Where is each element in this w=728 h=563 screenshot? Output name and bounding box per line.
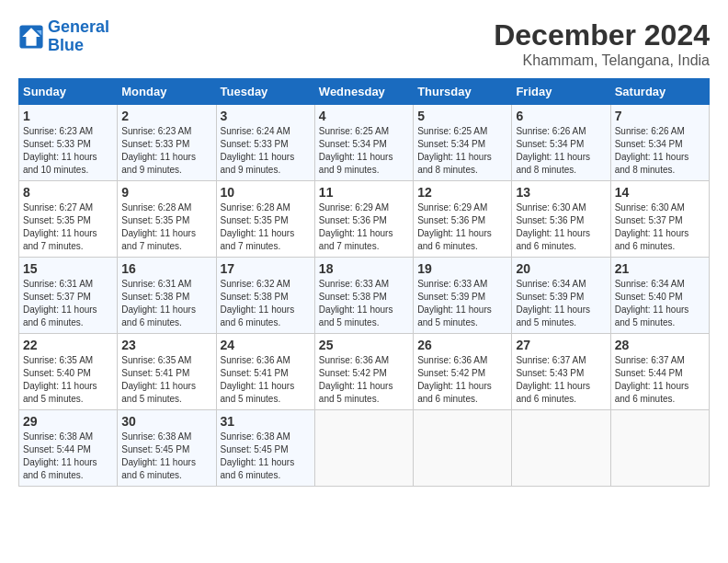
day-info: Sunrise: 6:34 AM Sunset: 5:40 PM Dayligh… [615, 278, 705, 329]
header-saturday: Saturday [610, 79, 709, 105]
day-info: Sunrise: 6:26 AM Sunset: 5:34 PM Dayligh… [615, 125, 705, 177]
sunrise-text: Sunrise: 6:38 AM [23, 431, 113, 443]
sunrise-text: Sunrise: 6:35 AM [121, 354, 211, 367]
daylight-text: Daylight: 11 hours and 6 minutes. [23, 456, 113, 482]
day-info: Sunrise: 6:28 AM Sunset: 5:35 PM Dayligh… [121, 201, 211, 253]
header-sunday: Sunday [19, 79, 118, 105]
calendar-cell: 7 Sunrise: 6:26 AM Sunset: 5:34 PM Dayli… [610, 105, 709, 181]
daylight-text: Daylight: 11 hours and 9 minutes. [319, 151, 409, 177]
day-number: 19 [417, 261, 507, 276]
calendar-cell: 9 Sunrise: 6:28 AM Sunset: 5:35 PM Dayli… [118, 181, 216, 258]
sunrise-text: Sunrise: 6:36 AM [319, 354, 409, 367]
sunset-text: Sunset: 5:33 PM [221, 138, 311, 151]
daylight-text: Daylight: 11 hours and 6 minutes. [615, 380, 705, 406]
sunrise-text: Sunrise: 6:31 AM [121, 278, 211, 291]
calendar-cell: 16 Sunrise: 6:31 AM Sunset: 5:38 PM Dayl… [118, 258, 216, 334]
sunset-text: Sunset: 5:35 PM [23, 214, 113, 227]
day-info: Sunrise: 6:23 AM Sunset: 5:33 PM Dayligh… [121, 125, 211, 177]
day-number: 14 [615, 185, 705, 200]
sunset-text: Sunset: 5:40 PM [615, 291, 705, 304]
calendar-cell: 30 Sunrise: 6:38 AM Sunset: 5:45 PM Dayl… [118, 410, 216, 487]
sunrise-text: Sunrise: 6:28 AM [121, 201, 211, 214]
sunrise-text: Sunrise: 6:33 AM [319, 278, 409, 291]
sunset-text: Sunset: 5:44 PM [615, 367, 705, 380]
day-info: Sunrise: 6:35 AM Sunset: 5:41 PM Dayligh… [121, 354, 211, 406]
day-number: 17 [221, 261, 311, 276]
sunset-text: Sunset: 5:33 PM [121, 138, 211, 151]
sunset-text: Sunset: 5:37 PM [23, 291, 113, 304]
day-info: Sunrise: 6:29 AM Sunset: 5:36 PM Dayligh… [417, 201, 507, 253]
day-info: Sunrise: 6:38 AM Sunset: 5:45 PM Dayligh… [121, 431, 211, 482]
week-row-5: 29 Sunrise: 6:38 AM Sunset: 5:44 PM Dayl… [19, 410, 710, 487]
daylight-text: Daylight: 11 hours and 7 minutes. [121, 227, 211, 253]
daylight-text: Daylight: 11 hours and 5 minutes. [615, 304, 705, 329]
calendar-cell [414, 410, 512, 487]
week-row-1: 1 Sunrise: 6:23 AM Sunset: 5:33 PM Dayli… [19, 105, 710, 181]
header-monday: Monday [118, 79, 216, 105]
calendar-cell: 10 Sunrise: 6:28 AM Sunset: 5:35 PM Dayl… [216, 181, 314, 258]
daylight-text: Daylight: 11 hours and 5 minutes. [417, 304, 507, 329]
daylight-text: Daylight: 11 hours and 6 minutes. [417, 380, 507, 406]
header-wednesday: Wednesday [314, 79, 413, 105]
sunset-text: Sunset: 5:34 PM [615, 138, 705, 151]
day-info: Sunrise: 6:25 AM Sunset: 5:34 PM Dayligh… [417, 125, 507, 177]
sunset-text: Sunset: 5:39 PM [516, 291, 606, 304]
day-number: 24 [221, 338, 311, 352]
sunset-text: Sunset: 5:33 PM [23, 138, 113, 151]
sunset-text: Sunset: 5:44 PM [23, 443, 113, 456]
calendar-cell [512, 410, 610, 487]
sunrise-text: Sunrise: 6:30 AM [516, 201, 606, 214]
day-info: Sunrise: 6:37 AM Sunset: 5:43 PM Dayligh… [516, 354, 606, 406]
sunset-text: Sunset: 5:38 PM [221, 291, 311, 304]
day-number: 5 [417, 109, 507, 123]
day-number: 29 [23, 414, 113, 429]
daylight-text: Daylight: 11 hours and 7 minutes. [221, 227, 311, 253]
day-info: Sunrise: 6:36 AM Sunset: 5:42 PM Dayligh… [319, 354, 409, 406]
day-number: 9 [121, 185, 211, 200]
sunrise-text: Sunrise: 6:29 AM [417, 201, 507, 214]
day-info: Sunrise: 6:31 AM Sunset: 5:38 PM Dayligh… [121, 278, 211, 329]
day-info: Sunrise: 6:33 AM Sunset: 5:38 PM Dayligh… [319, 278, 409, 329]
calendar-cell [610, 410, 709, 487]
sunset-text: Sunset: 5:38 PM [319, 291, 409, 304]
day-number: 10 [221, 185, 311, 200]
daylight-text: Daylight: 11 hours and 10 minutes. [23, 151, 113, 177]
header-friday: Friday [512, 79, 610, 105]
day-number: 30 [121, 414, 211, 429]
daylight-text: Daylight: 11 hours and 6 minutes. [221, 456, 311, 482]
day-number: 3 [221, 109, 311, 123]
day-number: 20 [516, 261, 606, 276]
day-number: 18 [319, 261, 409, 276]
day-info: Sunrise: 6:36 AM Sunset: 5:41 PM Dayligh… [221, 354, 311, 406]
day-info: Sunrise: 6:30 AM Sunset: 5:36 PM Dayligh… [516, 201, 606, 253]
day-info: Sunrise: 6:25 AM Sunset: 5:34 PM Dayligh… [319, 125, 409, 177]
sunrise-text: Sunrise: 6:38 AM [121, 431, 211, 443]
sunrise-text: Sunrise: 6:35 AM [23, 354, 113, 367]
sunset-text: Sunset: 5:36 PM [417, 214, 507, 227]
calendar-cell: 24 Sunrise: 6:36 AM Sunset: 5:41 PM Dayl… [216, 334, 314, 410]
day-number: 13 [516, 185, 606, 200]
day-info: Sunrise: 6:38 AM Sunset: 5:44 PM Dayligh… [23, 431, 113, 482]
week-row-3: 15 Sunrise: 6:31 AM Sunset: 5:37 PM Dayl… [19, 258, 710, 334]
calendar-cell [314, 410, 413, 487]
day-info: Sunrise: 6:32 AM Sunset: 5:38 PM Dayligh… [221, 278, 311, 329]
daylight-text: Daylight: 11 hours and 9 minutes. [221, 151, 311, 177]
day-info: Sunrise: 6:37 AM Sunset: 5:44 PM Dayligh… [615, 354, 705, 406]
calendar-cell: 15 Sunrise: 6:31 AM Sunset: 5:37 PM Dayl… [19, 258, 118, 334]
logo-text: General Blue [48, 18, 109, 55]
daylight-text: Daylight: 11 hours and 6 minutes. [615, 227, 705, 253]
calendar-cell: 13 Sunrise: 6:30 AM Sunset: 5:36 PM Dayl… [512, 181, 610, 258]
daylight-text: Daylight: 11 hours and 6 minutes. [121, 456, 211, 482]
daylight-text: Daylight: 11 hours and 8 minutes. [417, 151, 507, 177]
sunset-text: Sunset: 5:42 PM [319, 367, 409, 380]
sunrise-text: Sunrise: 6:33 AM [417, 278, 507, 291]
daylight-text: Daylight: 11 hours and 5 minutes. [221, 380, 311, 406]
daylight-text: Daylight: 11 hours and 7 minutes. [319, 227, 409, 253]
daylight-text: Daylight: 11 hours and 7 minutes. [23, 227, 113, 253]
daylight-text: Daylight: 11 hours and 5 minutes. [121, 380, 211, 406]
sunrise-text: Sunrise: 6:28 AM [221, 201, 311, 214]
daylight-text: Daylight: 11 hours and 6 minutes. [516, 380, 606, 406]
sunset-text: Sunset: 5:34 PM [417, 138, 507, 151]
day-info: Sunrise: 6:27 AM Sunset: 5:35 PM Dayligh… [23, 201, 113, 253]
day-number: 27 [516, 338, 606, 352]
